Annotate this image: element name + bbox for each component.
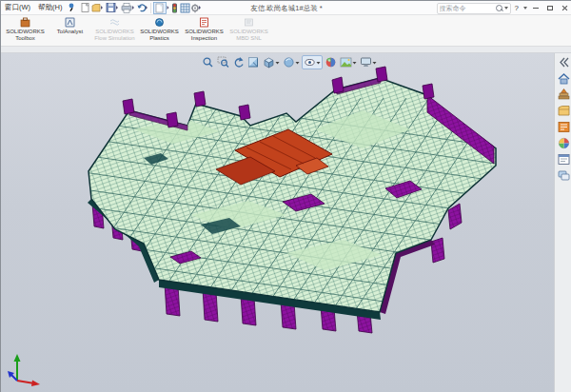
pin-toolbar-icon[interactable] [67, 2, 78, 13]
grid-system-icon[interactable] [181, 4, 189, 12]
menu-help[interactable]: 帮助(H) [34, 3, 66, 12]
inspection-icon [199, 17, 209, 28]
close-button[interactable] [559, 3, 570, 13]
zoom-to-fit-icon[interactable] [201, 56, 215, 69]
edit-appearance-icon[interactable] [324, 56, 338, 69]
design-library-icon[interactable] [557, 88, 571, 102]
plastics-icon [154, 17, 165, 28]
assembly-model[interactable] [1, 53, 571, 392]
tab-tolanalyst[interactable]: TolAnalyst [48, 16, 92, 46]
tab-flow-simulation[interactable]: SOLIDWORKS Flow Simulation [92, 16, 137, 46]
search-caret-icon[interactable] [504, 7, 508, 10]
command-manager-tabs: SOLIDWORKS Toolbox TolAnalyst SOLIDWORKS… [1, 15, 571, 47]
task-pane-strip [554, 53, 571, 392]
view-palette-icon[interactable] [557, 120, 571, 134]
hide-show-items-icon[interactable] [302, 55, 323, 69]
graphics-area[interactable] [1, 53, 571, 392]
custom-properties-icon[interactable] [557, 152, 571, 167]
help-button[interactable]: ? [514, 4, 520, 12]
restore-button[interactable] [544, 3, 556, 13]
undo-icon[interactable] [137, 4, 148, 10]
save-icon[interactable] [107, 3, 118, 11]
mbd-icon [244, 17, 254, 28]
solidworks-resources-icon[interactable] [557, 71, 571, 86]
reference-triad [4, 346, 46, 388]
tab-plastics[interactable]: SOLIDWORKS Plastics [137, 16, 182, 46]
command-manager-strip [1, 47, 571, 53]
heads-up-view-toolbar [201, 55, 378, 69]
tab-inspection[interactable]: SOLIDWORKS Inspection [182, 16, 226, 46]
collapse-chevron-icon[interactable] [557, 55, 571, 69]
new-document-icon[interactable] [82, 3, 89, 11]
tab-mbd-snl[interactable]: SOLIDWORKS MBD SNL [226, 16, 271, 46]
previous-view-icon[interactable] [231, 56, 246, 69]
display-style-icon[interactable] [282, 56, 301, 69]
zoom-to-area-icon[interactable] [216, 56, 230, 69]
open-document-icon[interactable] [92, 4, 103, 11]
solidworks-forum-icon[interactable] [557, 168, 571, 183]
quick-access-toolbar[interactable] [80, 2, 202, 14]
search-icon[interactable] [495, 4, 503, 12]
interference-check-icon[interactable] [172, 3, 177, 12]
flow-simulation-icon [109, 17, 120, 28]
tolanalyst-icon [65, 17, 75, 28]
print-icon[interactable] [122, 3, 134, 12]
title-bar: 窗口(W) 帮助(H) [1, 1, 571, 15]
help-caret-icon[interactable] [523, 7, 527, 10]
options-gear-icon[interactable] [191, 4, 201, 12]
apply-scene-icon[interactable] [339, 56, 358, 69]
search-placeholder: 搜索命令 [440, 4, 495, 13]
view-orientation-icon[interactable] [262, 56, 281, 69]
view-settings-icon[interactable] [359, 56, 378, 69]
rebuild-page-icon[interactable] [153, 2, 168, 13]
menu-window[interactable]: 窗口(W) [1, 3, 34, 12]
minimize-button[interactable] [530, 3, 541, 13]
solidworks-window: 窗口(W) 帮助(H) [0, 0, 571, 392]
toolbox-icon [20, 17, 30, 28]
file-explorer-icon[interactable] [557, 104, 571, 118]
section-view-icon[interactable] [246, 56, 261, 69]
tab-solidworks-toolbox[interactable]: SOLIDWORKS Toolbox [3, 16, 48, 46]
search-input[interactable]: 搜索命令 [437, 3, 511, 14]
appearances-scenes-icon[interactable] [557, 136, 571, 150]
